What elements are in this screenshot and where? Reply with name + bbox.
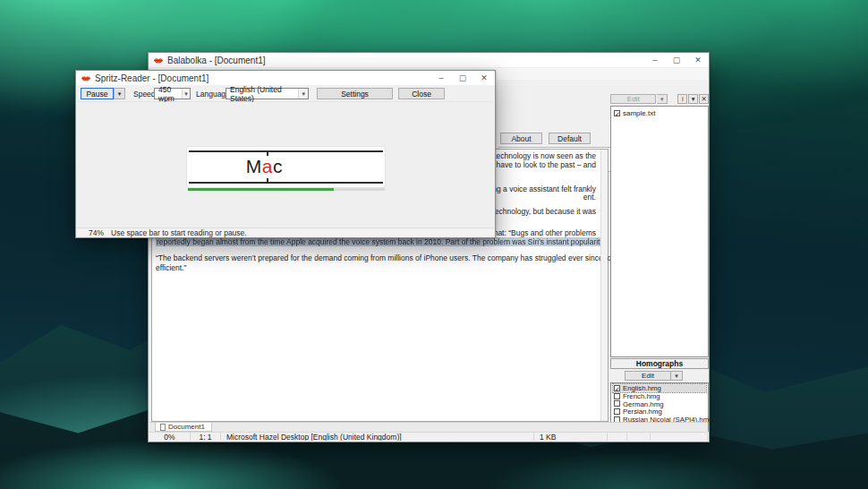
- info-icon[interactable]: i: [677, 94, 687, 104]
- spritz-reader-icon: [81, 74, 91, 82]
- spritz-progress-fill: [188, 188, 334, 191]
- list-item: French.hmg: [613, 392, 706, 400]
- spritz-titlebar[interactable]: Spritz-Reader - [Document1] – ▢ ✕: [76, 71, 495, 85]
- homograph-file[interactable]: Persian.hmg: [623, 408, 662, 416]
- status-bar: 0% 1: 1 Microsoft Hazel Desktop [English…: [149, 432, 708, 441]
- redicle-top-line: [189, 150, 383, 152]
- chevron-down-icon[interactable]: ▾: [671, 371, 683, 381]
- default-button[interactable]: Default: [549, 133, 591, 144]
- maximize-icon[interactable]: ▢: [666, 53, 687, 67]
- homograph-file[interactable]: French.hmg: [623, 392, 660, 400]
- list-item: ✓ English.hmg: [613, 384, 706, 392]
- document-tab-bar: Document1: [149, 422, 708, 432]
- list-item: German.hmg: [613, 400, 706, 408]
- maximize-icon[interactable]: ▢: [452, 71, 473, 85]
- tab-label: Document1: [168, 423, 205, 431]
- speed-value: 450 wpm: [158, 85, 182, 103]
- file-name[interactable]: sample.txt: [623, 109, 655, 117]
- minimize-icon[interactable]: –: [430, 71, 452, 85]
- homographs-toolbar: Edit ▾: [610, 370, 709, 382]
- spritz-reading-area: Mac: [77, 102, 494, 227]
- panel-close-icon[interactable]: ✕: [699, 94, 709, 104]
- file-panel-toolbar: Edit ▾ i ▾ ✕: [610, 93, 709, 105]
- status-file-size: 1 KB: [534, 433, 608, 441]
- redicle-bottom-tick: [267, 178, 268, 182]
- progress-percent: 74%: [89, 228, 104, 237]
- text-line: “The backend servers weren’t prepared fo…: [156, 253, 688, 262]
- highlighted-sentence: reportedly began almost from the time Ap…: [156, 237, 606, 246]
- balabolka-icon: [153, 56, 164, 64]
- reading-progress-bar: [188, 188, 385, 191]
- tab-document1[interactable]: Document1: [155, 423, 212, 432]
- homographs-header: Homographs: [610, 358, 709, 369]
- checkbox-checked[interactable]: ✓: [614, 110, 620, 116]
- word-prefix: M: [246, 156, 262, 176]
- text-scrollbar[interactable]: [600, 150, 608, 421]
- status-progress: 0%: [149, 433, 191, 441]
- batch-file-panel: Edit ▾ i ▾ ✕ ✓ sample.txt Homographs Edi…: [610, 93, 709, 432]
- text-line: ata technology, but because it was: [480, 207, 596, 216]
- checkbox-unchecked[interactable]: [614, 393, 620, 399]
- word-suffix: c: [273, 156, 283, 176]
- text-line: efficient.”: [156, 263, 186, 272]
- window-title: Balabolka - [Document1]: [167, 56, 266, 65]
- close-icon[interactable]: ✕: [473, 71, 495, 85]
- window-title: Spritz-Reader - [Document1]: [95, 73, 208, 83]
- status-empty: [651, 433, 708, 441]
- spritz-toolbar: Pause ▾ Speed: 450 wpm ▾ Language: Engli…: [77, 86, 494, 102]
- spritz-status-bar: 74% Use space bar to start reading or pa…: [77, 227, 494, 236]
- file-edit-button[interactable]: Edit: [610, 94, 656, 104]
- text-line: ving a voice assistant felt frankly: [487, 184, 596, 193]
- about-button[interactable]: About: [500, 133, 542, 144]
- status-hint: Use space bar to start reading or pause.: [111, 228, 247, 237]
- homograph-file[interactable]: German.hmg: [623, 400, 664, 408]
- status-caret-position: 1: 1: [191, 433, 221, 441]
- list-item: ✓ sample.txt: [613, 108, 706, 117]
- settings-button[interactable]: Settings: [317, 88, 393, 99]
- chevron-down-icon[interactable]: ▾: [657, 94, 668, 104]
- speed-select[interactable]: 450 wpm ▾: [154, 88, 191, 99]
- document-icon: [160, 424, 166, 431]
- chevron-down-icon[interactable]: ▾: [688, 94, 698, 104]
- chevron-down-icon: ▾: [298, 89, 308, 99]
- chevron-down-icon: ▾: [182, 89, 190, 99]
- language-value: English (United States): [230, 85, 298, 103]
- file-list[interactable]: ✓ sample.txt: [610, 106, 709, 357]
- list-item: Persian.hmg: [613, 408, 706, 416]
- word-orp-letter: a: [262, 156, 273, 176]
- close-icon[interactable]: ✕: [687, 53, 709, 67]
- language-select[interactable]: English (United States) ▾: [226, 88, 309, 99]
- homograph-file[interactable]: English.hmg: [623, 384, 661, 392]
- status-voice: Microsoft Hazel Desktop [English (United…: [221, 433, 534, 441]
- close-button[interactable]: Close: [398, 88, 445, 99]
- pause-button[interactable]: Pause: [81, 88, 114, 99]
- minimize-icon[interactable]: –: [644, 53, 666, 67]
- current-word: Mac: [246, 156, 283, 177]
- text-line: ent.: [583, 193, 596, 202]
- checkbox-checked[interactable]: ✓: [614, 385, 620, 391]
- redicle-bottom-line: [189, 182, 383, 184]
- spritz-reader-window: Spritz-Reader - [Document1] – ▢ ✕ Pause …: [75, 70, 496, 238]
- status-empty: [608, 433, 627, 441]
- pause-dropdown-icon[interactable]: ▾: [114, 88, 125, 99]
- text-line: The technology is now seen as the: [479, 151, 596, 160]
- word-display-pane: Mac: [187, 147, 385, 187]
- checkbox-unchecked[interactable]: [614, 400, 620, 407]
- homographs-edit-button[interactable]: Edit: [625, 371, 671, 381]
- balabolka-titlebar[interactable]: Balabolka - [Document1] – ▢ ✕: [149, 53, 709, 67]
- checkbox-unchecked[interactable]: [614, 408, 620, 415]
- status-empty: [627, 433, 651, 441]
